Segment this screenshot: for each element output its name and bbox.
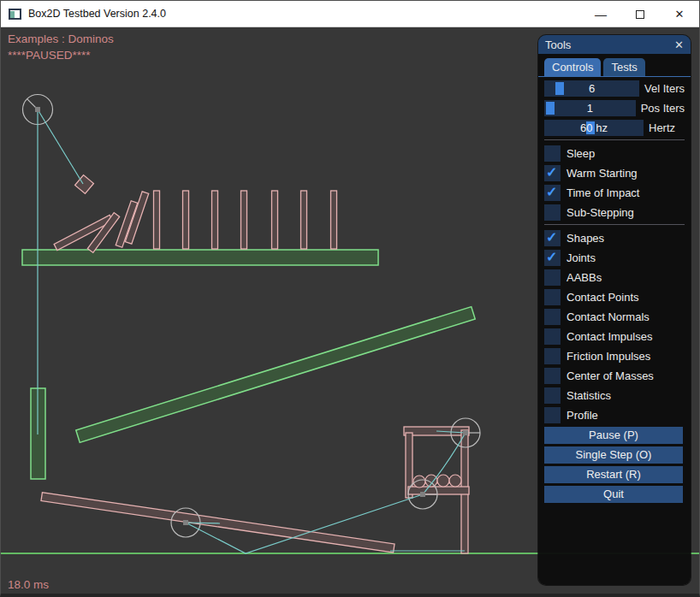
hertz-value: 60 hz	[544, 120, 644, 136]
checkbox-warm-starting[interactable]: ✓ Warm Starting	[544, 165, 685, 181]
top-platform	[22, 250, 378, 265]
pos-iters-label: Pos Iters	[641, 102, 685, 115]
single-step-button[interactable]: Single Step (O)	[544, 446, 683, 464]
app-icon	[9, 9, 21, 20]
upright-dominos	[154, 191, 337, 249]
checkbox-statistics[interactable]: ✓ Statistics	[544, 387, 685, 404]
checkbox-sub-stepping[interactable]: ✓ Sub-Stepping	[544, 204, 685, 221]
slanted-plank	[76, 307, 475, 443]
checkbox-center-of-masses[interactable]: ✓ Center of Masses	[544, 368, 685, 384]
checkbox-friction-impulses[interactable]: ✓ Friction Impulses	[544, 348, 685, 364]
checkmark-icon: ✓	[546, 164, 557, 180]
pos-iters-slider[interactable]: 1	[544, 100, 636, 116]
separator	[544, 224, 685, 225]
vel-iters-slider[interactable]: 6	[544, 80, 639, 97]
pause-button[interactable]: Pause (P)	[544, 427, 683, 444]
falling-dominos	[54, 192, 149, 252]
quit-button[interactable]: Quit	[544, 486, 683, 503]
frame-time-label: 18.0 ms	[8, 578, 49, 591]
pos-iters-value: 1	[544, 100, 636, 116]
pendulum-box	[75, 175, 94, 194]
tools-panel: Tools ✕ Controls Tests 6 Vel Iters	[538, 35, 691, 585]
checkbox-contact-normals[interactable]: ✓ Contact Normals	[544, 309, 685, 325]
checkmark-icon: ✓	[546, 184, 557, 200]
checkbox-shapes[interactable]: ✓ Shapes	[544, 230, 685, 246]
maximize-box-glyph	[636, 10, 644, 19]
app-window: Box2D Testbed Version 2.4.0 — ✕	[0, 0, 700, 597]
paused-label: ****PAUSED****	[8, 49, 91, 62]
checkbox-profile[interactable]: ✓ Profile	[544, 407, 685, 423]
simulation-canvas[interactable]: Examples : Dominos ****PAUSED**** 18.0 m…	[1, 27, 700, 597]
window-title: Box2D Testbed Version 2.4.0	[28, 8, 166, 20]
joint-anchors	[35, 107, 468, 525]
window-titlebar[interactable]: Box2D Testbed Version 2.4.0 — ✕	[1, 1, 699, 27]
tools-panel-titlebar[interactable]: Tools ✕	[538, 35, 691, 54]
checkbox-aabbs[interactable]: ✓ AABBs	[544, 269, 685, 286]
checkbox-sleep[interactable]: ✓ Sleep	[544, 145, 685, 162]
hertz-slider[interactable]: 60 hz	[544, 120, 644, 136]
close-icon[interactable]: ✕	[660, 1, 699, 27]
checkmark-icon: ✓	[546, 249, 557, 265]
tab-tests[interactable]: Tests	[603, 58, 644, 76]
checkbox-joints[interactable]: ✓ Joints	[544, 250, 685, 266]
minimize-icon[interactable]: —	[581, 1, 620, 27]
seesaw-plank	[41, 493, 394, 553]
checkbox-contact-impulses[interactable]: ✓ Contact Impulses	[544, 328, 685, 345]
panel-close-icon[interactable]: ✕	[674, 38, 684, 51]
vel-iters-label: Vel Iters	[644, 82, 685, 95]
restart-button[interactable]: Restart (R)	[544, 466, 683, 483]
example-label: Examples : Dominos	[8, 33, 114, 45]
hertz-label: Hertz	[649, 121, 675, 134]
vel-iters-value: 6	[544, 80, 639, 97]
tools-panel-title: Tools	[545, 38, 571, 51]
checkbox-contact-points[interactable]: ✓ Contact Points	[544, 289, 685, 305]
separator	[544, 139, 685, 140]
tab-controls[interactable]: Controls	[544, 58, 601, 76]
checkbox-time-of-impact[interactable]: ✓ Time of Impact	[544, 185, 685, 201]
tab-bar: Controls Tests	[538, 54, 691, 77]
checkmark-icon: ✓	[546, 229, 557, 245]
maximize-icon[interactable]	[620, 1, 660, 27]
